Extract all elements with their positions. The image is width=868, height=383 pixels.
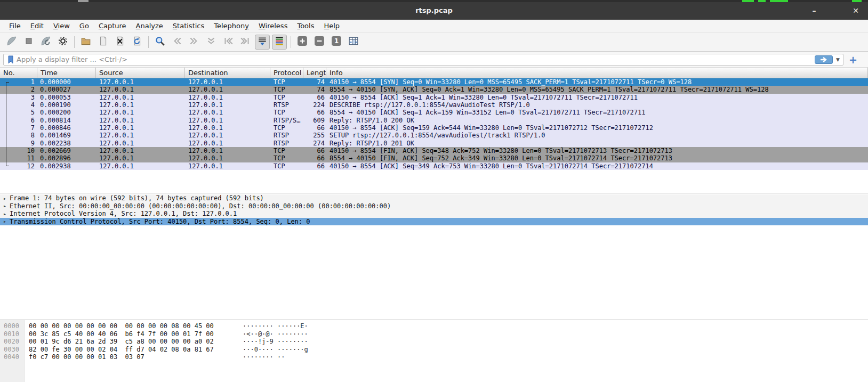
packet-row[interactable]: 80.001469127.0.0.1127.0.0.1RTSP255SETUP …: [0, 132, 868, 139]
reload-file-button[interactable]: [130, 35, 144, 50]
packet-row[interactable]: 10.000000127.0.0.1127.0.0.1TCP7440150 → …: [0, 78, 868, 86]
titlebar: rtsp.pcap – ✕: [0, 2, 868, 20]
hex-offset: 0040: [0, 353, 25, 361]
filter-dropdown-caret-icon[interactable]: ▼: [836, 57, 840, 62]
find-packet-button[interactable]: [152, 35, 167, 50]
colorize-packets-button[interactable]: [272, 35, 287, 50]
first-packet-button[interactable]: [221, 35, 236, 50]
cell-length: 66: [303, 147, 326, 154]
window-title: rtsp.pcap: [0, 6, 868, 14]
go-forward-button[interactable]: [187, 35, 202, 50]
open-file-button[interactable]: [78, 35, 93, 50]
resize-columns-button[interactable]: [346, 35, 361, 50]
display-filter-box[interactable]: ▼: [3, 54, 843, 66]
menu-telephony[interactable]: Telephony: [209, 20, 254, 31]
zoom-out-button[interactable]: [312, 35, 327, 50]
zoom-in-button[interactable]: [295, 35, 310, 50]
packet-row[interactable]: 30.000053127.0.0.1127.0.0.1TCP6640150 → …: [0, 94, 868, 101]
packet-row[interactable]: 120.002938127.0.0.1127.0.0.1TCP6640150 →…: [0, 162, 868, 170]
add-filter-button-icon[interactable]: +: [849, 54, 857, 65]
cell-source: 127.0.0.1: [96, 147, 185, 154]
hex-ascii: ········ ··: [243, 353, 285, 361]
cell-source: 127.0.0.1: [96, 86, 185, 93]
menu-statistics[interactable]: Statistics: [168, 20, 209, 31]
cell-info: 40150 → 8554 [ACK] Seq=349 Ack=753 Win=3…: [326, 162, 868, 170]
packet-row[interactable]: 70.000846127.0.0.1127.0.0.1TCP6640150 → …: [0, 124, 868, 132]
cell-source: 127.0.0.1: [96, 140, 185, 147]
detail-row[interactable]: ▸Frame 1: 74 bytes on wire (592 bits), 7…: [0, 194, 868, 202]
expand-arrow-icon[interactable]: ▸: [0, 195, 10, 201]
detail-text: Internet Protocol Version 4, Src: 127.0.…: [10, 210, 237, 217]
menu-wireless[interactable]: Wireless: [254, 20, 292, 31]
cell-length: 74: [303, 78, 326, 86]
stop-square-icon: [23, 36, 34, 48]
start-capture-button[interactable]: [4, 35, 19, 50]
hex-offset: 0030: [0, 346, 25, 354]
stop-capture-button[interactable]: [21, 35, 36, 50]
hex-row[interactable]: 000000 00 00 00 00 00 00 00 00 00 00 00 …: [0, 322, 868, 330]
detail-row[interactable]: ▸Ethernet II, Src: 00:00:00_00:00:00 (00…: [0, 202, 868, 210]
shark-fin-icon: [6, 36, 17, 48]
go-back-button[interactable]: [170, 35, 184, 50]
column-header-time[interactable]: Time: [37, 68, 96, 78]
hex-row[interactable]: 002000 01 9c d6 21 6a 2d 39 c5 a8 00 00 …: [0, 338, 868, 346]
menu-help[interactable]: Help: [319, 20, 344, 31]
menu-tools[interactable]: Tools: [292, 20, 319, 31]
menu-view[interactable]: View: [49, 20, 75, 31]
zoom-plus-icon: [297, 36, 308, 48]
packet-row[interactable]: 90.002238127.0.0.1127.0.0.1RTSP274Reply:…: [0, 140, 868, 147]
auto-scroll-button[interactable]: [255, 35, 270, 50]
apply-filter-button[interactable]: [815, 55, 833, 64]
last-packet-button[interactable]: [238, 35, 253, 50]
menu-capture[interactable]: Capture: [94, 20, 131, 31]
menu-file[interactable]: File: [4, 20, 26, 31]
cell-length: 66: [303, 124, 326, 132]
hex-row[interactable]: 0040f0 c7 00 00 00 00 01 03 03 07·······…: [0, 353, 868, 361]
display-filter-input[interactable]: [17, 55, 815, 63]
folder-icon: [81, 36, 91, 48]
detail-text: Ethernet II, Src: 00:00:00_00:00:00 (00:…: [10, 202, 391, 210]
cell-destination: 127.0.0.1: [185, 147, 270, 154]
expand-arrow-icon[interactable]: ▸: [0, 211, 10, 217]
toolbar-separator: [74, 36, 75, 48]
restart-capture-button[interactable]: [38, 35, 53, 50]
cell-info: 8554 → 40150 [FIN, ACK] Seq=752 Ack=349 …: [326, 154, 868, 162]
packet-row[interactable]: 20.000027127.0.0.1127.0.0.1TCP748554 → 4…: [0, 86, 868, 93]
save-file-button[interactable]: [95, 35, 110, 50]
file-reload-icon: [132, 36, 142, 48]
cell-info: 40150 → 8554 [ACK] Seq=1 Ack=1 Win=33280…: [326, 94, 868, 101]
detail-row[interactable]: ▸Internet Protocol Version 4, Src: 127.0…: [0, 210, 868, 218]
go-to-packet-button[interactable]: [204, 35, 219, 50]
hex-bytes: 00 3c 85 c5 40 00 40 06 b6 f4 7f 00 00 0…: [29, 330, 239, 338]
packet-row[interactable]: 110.002896127.0.0.1127.0.0.1TCP668554 → …: [0, 154, 868, 162]
capture-options-button[interactable]: [55, 35, 70, 50]
hex-row[interactable]: 003082 00 fe 30 00 00 02 04 ff d7 04 02 …: [0, 346, 868, 354]
hex-bytes: 00 01 9c d6 21 6a 2d 39 c5 a8 00 00 00 0…: [29, 338, 239, 346]
expand-arrow-icon[interactable]: ▸: [0, 218, 10, 224]
cell-time: 0.002938: [37, 162, 96, 170]
cell-source: 127.0.0.1: [96, 101, 185, 109]
hex-row[interactable]: 001000 3c 85 c5 40 00 40 06 b6 f4 7f 00 …: [0, 330, 868, 338]
packet-row[interactable]: 50.000200127.0.0.1127.0.0.1TCP668554 → 4…: [0, 109, 868, 116]
filter-bookmark-icon[interactable]: [7, 55, 14, 64]
cell-info: 40150 → 8554 [FIN, ACK] Seq=348 Ack=752 …: [326, 147, 868, 154]
packet-row[interactable]: 100.002669127.0.0.1127.0.0.1TCP6640150 →…: [0, 147, 868, 154]
column-header-length[interactable]: Length: [303, 68, 326, 78]
close-file-button[interactable]: [112, 35, 127, 50]
column-header-protocol[interactable]: Protocol: [270, 68, 303, 78]
close-button[interactable]: ✕: [849, 5, 863, 16]
menu-analyze[interactable]: Analyze: [131, 20, 168, 31]
column-header-destination[interactable]: Destination: [185, 68, 270, 78]
minimize-button[interactable]: –: [807, 5, 821, 16]
menu-go[interactable]: Go: [75, 20, 94, 31]
packet-row[interactable]: 40.000190127.0.0.1127.0.0.1RTSP224DESCRI…: [0, 101, 868, 109]
toolbar-separator: [148, 36, 149, 48]
zoom-100-button[interactable]: 1: [329, 35, 344, 50]
detail-row[interactable]: ▸Transmission Control Protocol, Src Port…: [0, 218, 868, 226]
packet-row[interactable]: 60.000814127.0.0.1127.0.0.1RTSP/S…609Rep…: [0, 117, 868, 124]
menu-edit[interactable]: Edit: [26, 20, 49, 31]
expand-arrow-icon[interactable]: ▸: [0, 203, 10, 209]
column-header-no[interactable]: No.: [0, 68, 37, 78]
column-header-info[interactable]: Info: [326, 68, 868, 78]
column-header-source[interactable]: Source: [96, 68, 185, 78]
